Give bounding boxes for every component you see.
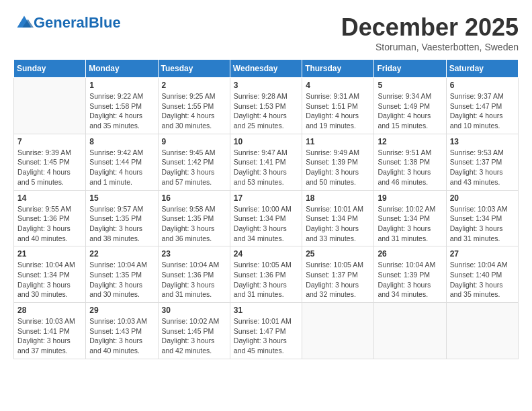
day-info: Sunrise: 10:03 AM Sunset: 1:43 PM Daylig… <box>89 316 154 356</box>
day-info: Sunrise: 10:04 AM Sunset: 1:34 PM Daylig… <box>17 260 82 300</box>
day-number: 22 <box>89 249 154 259</box>
day-info: Sunrise: 10:02 AM Sunset: 1:34 PM Daylig… <box>378 204 442 244</box>
day-number: 19 <box>378 193 442 203</box>
calendar-day-cell: 5Sunrise: 9:34 AM Sunset: 1:49 PM Daylig… <box>374 78 446 134</box>
day-of-week-header: Saturday <box>446 60 518 78</box>
day-number: 27 <box>450 249 515 259</box>
logo-icon <box>15 13 34 32</box>
day-number: 26 <box>378 249 442 259</box>
calendar-day-cell <box>302 303 374 359</box>
calendar-day-cell: 31Sunrise: 10:01 AM Sunset: 1:47 PM Dayl… <box>230 303 302 359</box>
day-of-week-header: Thursday <box>302 60 374 78</box>
day-info: Sunrise: 10:05 AM Sunset: 1:36 PM Daylig… <box>234 260 298 300</box>
day-number: 30 <box>162 306 226 315</box>
day-number: 13 <box>450 137 515 146</box>
calendar-day-cell: 10Sunrise: 9:47 AM Sunset: 1:41 PM Dayli… <box>230 134 302 190</box>
calendar-day-cell: 25Sunrise: 10:05 AM Sunset: 1:37 PM Dayl… <box>302 246 374 303</box>
calendar-day-cell: 22Sunrise: 10:04 AM Sunset: 1:35 PM Dayl… <box>86 246 158 303</box>
day-number: 24 <box>234 249 298 259</box>
calendar-day-cell: 1Sunrise: 9:22 AM Sunset: 1:58 PM Daylig… <box>86 78 158 134</box>
calendar-day-cell: 29Sunrise: 10:03 AM Sunset: 1:43 PM Dayl… <box>86 303 158 359</box>
calendar-day-cell: 8Sunrise: 9:42 AM Sunset: 1:44 PM Daylig… <box>86 134 158 190</box>
calendar-day-cell: 30Sunrise: 10:02 AM Sunset: 1:45 PM Dayl… <box>158 303 230 359</box>
day-info: Sunrise: 9:53 AM Sunset: 1:37 PM Dayligh… <box>450 148 515 187</box>
day-info: Sunrise: 9:28 AM Sunset: 1:53 PM Dayligh… <box>234 91 298 131</box>
day-info: Sunrise: 9:51 AM Sunset: 1:38 PM Dayligh… <box>378 148 442 187</box>
calendar-day-cell: 28Sunrise: 10:03 AM Sunset: 1:41 PM Dayl… <box>14 303 86 359</box>
calendar-day-cell: 19Sunrise: 10:02 AM Sunset: 1:34 PM Dayl… <box>374 190 446 246</box>
day-info: Sunrise: 10:05 AM Sunset: 1:37 PM Daylig… <box>306 260 370 300</box>
logo-text: GeneralBlue <box>34 14 121 31</box>
calendar-day-cell: 9Sunrise: 9:45 AM Sunset: 1:42 PM Daylig… <box>158 134 230 190</box>
day-info: Sunrise: 9:25 AM Sunset: 1:55 PM Dayligh… <box>162 91 226 131</box>
day-number: 28 <box>17 306 82 315</box>
calendar-day-cell: 20Sunrise: 10:03 AM Sunset: 1:34 PM Dayl… <box>446 190 518 246</box>
day-of-week-header: Sunday <box>14 60 86 78</box>
title-area: December 2025 Storuman, Vaesterbotten, S… <box>341 13 519 52</box>
day-info: Sunrise: 9:45 AM Sunset: 1:42 PM Dayligh… <box>162 148 226 187</box>
calendar-day-cell <box>446 303 518 359</box>
calendar-day-cell: 11Sunrise: 9:49 AM Sunset: 1:39 PM Dayli… <box>302 134 374 190</box>
calendar-day-cell: 14Sunrise: 9:55 AM Sunset: 1:36 PM Dayli… <box>14 190 86 246</box>
day-info: Sunrise: 9:42 AM Sunset: 1:44 PM Dayligh… <box>89 148 154 187</box>
day-info: Sunrise: 10:03 AM Sunset: 1:34 PM Daylig… <box>450 204 515 244</box>
day-number: 31 <box>234 306 298 315</box>
day-number: 16 <box>162 193 226 203</box>
day-info: Sunrise: 9:22 AM Sunset: 1:58 PM Dayligh… <box>89 91 154 131</box>
day-number: 9 <box>162 137 226 146</box>
day-info: Sunrise: 9:47 AM Sunset: 1:41 PM Dayligh… <box>234 148 298 187</box>
calendar-day-cell: 23Sunrise: 10:04 AM Sunset: 1:36 PM Dayl… <box>158 246 230 303</box>
day-number: 4 <box>306 81 370 90</box>
calendar-week-row: 1Sunrise: 9:22 AM Sunset: 1:58 PM Daylig… <box>14 78 519 134</box>
day-number: 29 <box>89 306 154 315</box>
day-number: 12 <box>378 137 442 146</box>
calendar-week-row: 7Sunrise: 9:39 AM Sunset: 1:45 PM Daylig… <box>14 134 519 190</box>
calendar-day-cell: 18Sunrise: 10:01 AM Sunset: 1:34 PM Dayl… <box>302 190 374 246</box>
day-info: Sunrise: 10:00 AM Sunset: 1:34 PM Daylig… <box>234 204 298 244</box>
day-number: 8 <box>89 137 154 146</box>
logo: GeneralBlue <box>13 13 121 32</box>
day-number: 21 <box>17 249 82 259</box>
day-info: Sunrise: 9:39 AM Sunset: 1:45 PM Dayligh… <box>17 148 82 187</box>
day-number: 5 <box>378 81 442 90</box>
day-of-week-header: Tuesday <box>158 60 230 78</box>
calendar-day-cell: 24Sunrise: 10:05 AM Sunset: 1:36 PM Dayl… <box>230 246 302 303</box>
day-number: 6 <box>450 81 515 90</box>
day-number: 1 <box>89 81 154 90</box>
calendar-day-cell: 27Sunrise: 10:04 AM Sunset: 1:40 PM Dayl… <box>446 246 518 303</box>
calendar-day-cell <box>374 303 446 359</box>
day-info: Sunrise: 9:31 AM Sunset: 1:51 PM Dayligh… <box>306 91 370 131</box>
day-number: 17 <box>234 193 298 203</box>
day-number: 25 <box>306 249 370 259</box>
calendar-day-cell: 7Sunrise: 9:39 AM Sunset: 1:45 PM Daylig… <box>14 134 86 190</box>
days-of-week-row: SundayMondayTuesdayWednesdayThursdayFrid… <box>14 60 519 78</box>
day-info: Sunrise: 10:03 AM Sunset: 1:41 PM Daylig… <box>17 316 82 356</box>
day-number: 2 <box>162 81 226 90</box>
calendar-day-cell: 16Sunrise: 9:58 AM Sunset: 1:35 PM Dayli… <box>158 190 230 246</box>
day-info: Sunrise: 9:58 AM Sunset: 1:35 PM Dayligh… <box>162 204 226 244</box>
calendar-day-cell: 2Sunrise: 9:25 AM Sunset: 1:55 PM Daylig… <box>158 78 230 134</box>
day-info: Sunrise: 10:04 AM Sunset: 1:40 PM Daylig… <box>450 260 515 300</box>
calendar-day-cell: 21Sunrise: 10:04 AM Sunset: 1:34 PM Dayl… <box>14 246 86 303</box>
calendar-day-cell: 26Sunrise: 10:04 AM Sunset: 1:39 PM Dayl… <box>374 246 446 303</box>
day-number: 15 <box>89 193 154 203</box>
day-info: Sunrise: 10:04 AM Sunset: 1:35 PM Daylig… <box>89 260 154 300</box>
day-number: 11 <box>306 137 370 146</box>
calendar-day-cell: 4Sunrise: 9:31 AM Sunset: 1:51 PM Daylig… <box>302 78 374 134</box>
day-number: 7 <box>17 137 82 146</box>
day-info: Sunrise: 10:01 AM Sunset: 1:47 PM Daylig… <box>234 316 298 356</box>
day-info: Sunrise: 10:01 AM Sunset: 1:34 PM Daylig… <box>306 204 370 244</box>
month-title: December 2025 <box>341 13 519 42</box>
day-number: 20 <box>450 193 515 203</box>
day-info: Sunrise: 10:04 AM Sunset: 1:36 PM Daylig… <box>162 260 226 300</box>
day-number: 23 <box>162 249 226 259</box>
day-info: Sunrise: 9:49 AM Sunset: 1:39 PM Dayligh… <box>306 148 370 187</box>
day-info: Sunrise: 10:02 AM Sunset: 1:45 PM Daylig… <box>162 316 226 356</box>
calendar-header: SundayMondayTuesdayWednesdayThursdayFrid… <box>14 60 519 78</box>
day-of-week-header: Wednesday <box>230 60 302 78</box>
day-number: 14 <box>17 193 82 203</box>
day-number: 10 <box>234 137 298 146</box>
day-info: Sunrise: 9:34 AM Sunset: 1:49 PM Dayligh… <box>378 91 442 131</box>
calendar-day-cell: 3Sunrise: 9:28 AM Sunset: 1:53 PM Daylig… <box>230 78 302 134</box>
calendar-day-cell <box>14 78 86 134</box>
